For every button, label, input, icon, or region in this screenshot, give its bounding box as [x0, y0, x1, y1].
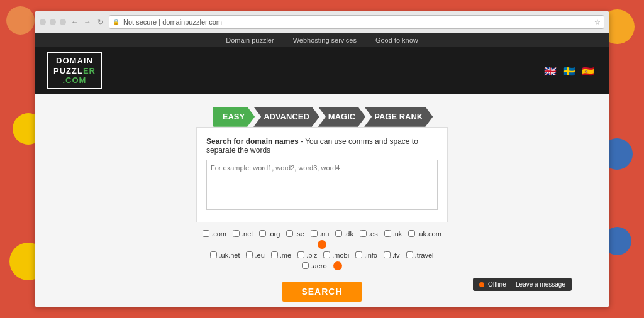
offline-status: Offline: [488, 281, 506, 288]
tab-magic[interactable]: MAGIC: [318, 107, 365, 127]
checkbox-es[interactable]: .es: [360, 230, 378, 238]
browser-nav: ← → ↻: [70, 17, 105, 27]
checkbox-dk[interactable]: .dk: [335, 230, 353, 238]
lock-icon: 🔒: [113, 19, 119, 25]
browser-max-btn[interactable]: [60, 19, 66, 25]
checkbox-tv[interactable]: .tv: [384, 251, 400, 259]
browser-close-btn[interactable]: [40, 19, 46, 25]
site-header: Domain puzzler Webhosting services Good …: [35, 33, 609, 94]
flag-uk[interactable]: 🇬🇧: [544, 65, 559, 75]
checkbox-aero[interactable]: .aero: [302, 261, 326, 270]
tab-easy[interactable]: EASY: [213, 107, 255, 127]
site-topnav: Domain puzzler Webhosting services Good …: [35, 33, 609, 47]
checkbox-com[interactable]: .com: [203, 230, 226, 238]
logo-line2: PUZZLER: [53, 66, 96, 76]
nav-webhosting[interactable]: Webhosting services: [293, 36, 357, 44]
search-panel: Search for domain names - You can use co…: [196, 127, 448, 222]
address-input[interactable]: [109, 15, 604, 29]
logo-line1: DOMAIN: [53, 56, 96, 66]
browser-window: ← → ↻ 🔒 ☆ Domain puzzler Webhosting serv…: [35, 11, 609, 307]
checkbox-net[interactable]: .net: [233, 230, 253, 238]
checkbox-travel[interactable]: .travel: [406, 251, 434, 259]
bg-circle-tl: [6, 6, 35, 35]
address-bar-wrapper: 🔒 ☆: [109, 15, 604, 29]
flag-spain[interactable]: 🇪🇸: [582, 65, 597, 75]
offline-dot: [479, 282, 484, 287]
checkbox-uk[interactable]: .uk: [384, 230, 402, 238]
checkbox-nu[interactable]: .nu: [311, 230, 329, 238]
site-branding: DOMAIN PUZZLER .COM 🇬🇧 🇸🇪 🇪🇸: [35, 47, 609, 94]
back-arrow[interactable]: ←: [70, 17, 80, 27]
search-button[interactable]: SEARCH: [282, 282, 361, 302]
language-flags: 🇬🇧 🇸🇪 🇪🇸: [544, 65, 597, 75]
checkbox-ukcom[interactable]: .uk.com: [408, 230, 441, 238]
orange-circle-1[interactable]: [318, 240, 326, 249]
checkbox-eu[interactable]: .eu: [246, 251, 264, 259]
checkbox-se[interactable]: .se: [286, 230, 304, 238]
checkbox-row-2: .uk.net .eu .me .biz .mobi .info .tv .tr…: [196, 251, 448, 270]
checkbox-uknet[interactable]: .uk.net: [210, 251, 240, 259]
chat-label: -: [510, 281, 512, 288]
star-icon: ☆: [594, 18, 601, 26]
forward-arrow[interactable]: →: [82, 17, 92, 27]
browser-min-btn[interactable]: [50, 19, 56, 25]
checkbox-mobi[interactable]: .mobi: [323, 251, 349, 259]
search-textarea[interactable]: [206, 160, 438, 210]
leave-message-label: Leave a message: [516, 281, 565, 288]
logo-er: ER: [83, 66, 96, 75]
nav-good-to-know[interactable]: Good to know: [375, 36, 418, 44]
search-label: Search for domain names - You can use co…: [206, 137, 438, 155]
flag-sweden[interactable]: 🇸🇪: [563, 65, 578, 75]
logo-com: .COM: [63, 75, 87, 85]
checkbox-org[interactable]: .org: [259, 230, 280, 238]
browser-chrome: ← → ↻ 🔒 ☆: [35, 11, 609, 33]
logo-line3: .COM: [53, 75, 96, 85]
nav-domain-puzzler[interactable]: Domain puzzler: [226, 36, 274, 44]
orange-circle-2[interactable]: [333, 261, 342, 270]
main-content: EASY ADVANCED MAGIC PAGE RANK Search for…: [35, 94, 609, 307]
checkbox-biz[interactable]: .biz: [297, 251, 317, 259]
logo-text: DOMAIN PUZZLER .COM: [53, 56, 96, 85]
tab-advanced[interactable]: ADVANCED: [253, 107, 319, 127]
checkbox-row-1: .com .net .org .se .nu .dk .es .uk .uk.c…: [196, 230, 448, 249]
refresh-button[interactable]: ↻: [95, 17, 105, 27]
checkbox-info[interactable]: .info: [355, 251, 377, 259]
checkbox-me[interactable]: .me: [271, 251, 291, 259]
tabs-container: EASY ADVANCED MAGIC PAGE RANK: [213, 107, 432, 127]
search-label-bold: Search for domain names: [206, 137, 299, 146]
site-logo[interactable]: DOMAIN PUZZLER .COM: [47, 52, 102, 89]
checkbox-area: .com .net .org .se .nu .dk .es .uk .uk.c…: [196, 230, 448, 273]
chat-bubble[interactable]: Offline - Leave a message: [473, 278, 572, 291]
tab-pagerank[interactable]: PAGE RANK: [364, 107, 433, 127]
